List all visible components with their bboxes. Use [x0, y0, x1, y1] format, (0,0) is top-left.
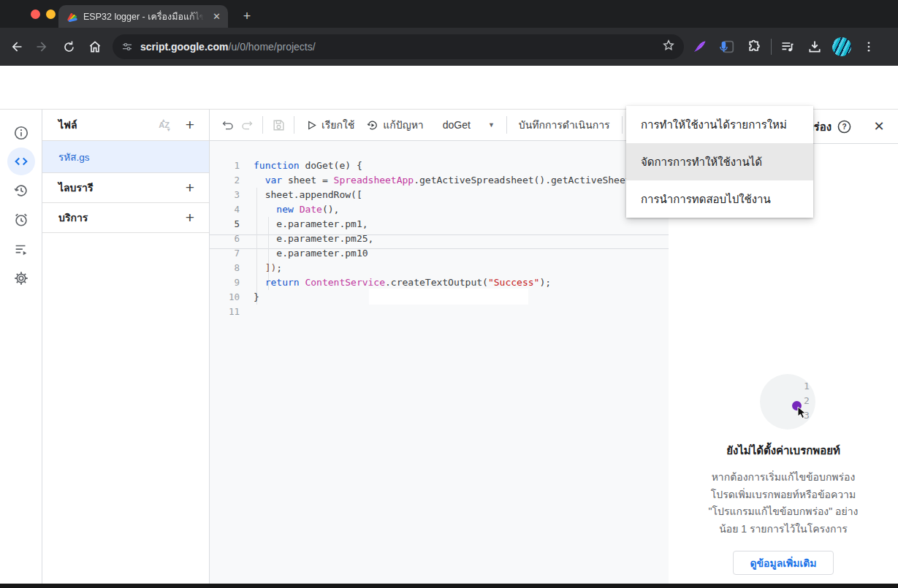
debug-label: แก้ปัญหา — [383, 117, 423, 133]
apps-script-favicon — [66, 11, 77, 23]
code-editor-region: เรียกใช้ แก้ปัญหา doGet ▼ บันทึกการดำเนิ… — [210, 110, 669, 584]
extension-mic-icon[interactable] — [716, 36, 738, 58]
function-caret-icon: ▼ — [488, 121, 495, 129]
code-line[interactable]: e.parameter.pm10 — [254, 246, 648, 261]
code-line[interactable]: new Date(), — [254, 202, 648, 217]
line-number[interactable]: 10 — [210, 290, 243, 305]
run-button[interactable]: เรียกใช้ — [300, 117, 360, 133]
breakpoint-illustration: 1 2 3 — [760, 374, 815, 429]
cursor-arrow-icon — [796, 406, 807, 419]
code-line[interactable]: ]); — [254, 261, 648, 275]
files-panel-header: ไฟล์ ▲AZ▼ + — [42, 110, 209, 141]
code-line[interactable]: sheet.appendRow([ — [254, 188, 648, 202]
browser-menu-kebab-icon[interactable] — [858, 36, 880, 58]
overview-icon[interactable] — [7, 119, 35, 147]
triggers-icon[interactable] — [7, 206, 35, 234]
save-project-icon[interactable] — [269, 115, 288, 134]
toolbar-divider — [506, 116, 507, 134]
site-info-icon[interactable] — [121, 41, 133, 53]
line-number[interactable]: 2 — [210, 173, 243, 188]
libraries-label: ไลบรารี — [58, 180, 93, 196]
body-line: โปรดเพิ่มเบรกพอยท์หรือข้อความ — [685, 486, 882, 504]
undo-icon[interactable] — [218, 115, 237, 134]
libraries-section: ไลบรารี + — [42, 173, 209, 203]
left-icon-rail — [0, 110, 42, 584]
browser-tab-bar: ESP32 logger - เครื่องมือแก้ไขโ ✕ + — [0, 0, 898, 28]
new-tab-button[interactable]: + — [238, 7, 256, 25]
deploy-menu-item[interactable]: จัดการการทำให้ใช้งานได้ — [626, 143, 813, 180]
browser-tab[interactable]: ESP32 logger - เครื่องมือแก้ไขโ ✕ — [58, 5, 228, 28]
macos-close-button[interactable] — [31, 9, 40, 19]
url-domain: script.google.com — [140, 41, 229, 53]
execution-log-button[interactable]: บันทึกการดำเนินการ — [513, 117, 616, 133]
line-number[interactable]: 3 — [210, 188, 243, 202]
tab-title: ESP32 logger - เครื่องมือแก้ไขโ — [83, 9, 204, 24]
line-number[interactable]: 4 — [210, 202, 243, 217]
file-item-selected[interactable]: รหัส.gs — [42, 141, 209, 173]
redo-icon[interactable] — [237, 115, 256, 134]
deploy-menu-item[interactable]: การทำให้ใช้งานได้รายการใหม่ — [626, 106, 813, 143]
svg-text:?: ? — [842, 123, 846, 131]
toolbar-divider — [771, 39, 772, 55]
body-line: หากต้องการเริ่มแก้ไขข้อบกพร่อง — [685, 469, 882, 486]
files-title: ไฟล์ — [58, 117, 77, 133]
learn-more-button[interactable]: ดูข้อมูลเพิ่มเติม — [733, 551, 834, 575]
settings-gear-icon[interactable] — [7, 264, 35, 292]
function-selector[interactable]: doGet ▼ — [437, 119, 501, 131]
url-path: /u/0/home/projects/ — [229, 41, 316, 53]
debugger-empty-heading: ยังไม่ได้ตั้งค่าเบรกพอยท์ — [669, 442, 898, 459]
desktop-edge — [0, 584, 898, 588]
line-number[interactable]: 5 — [210, 217, 243, 232]
body-line: น้อย 1 รายการไว้ในโครงการ — [685, 521, 882, 538]
code-line[interactable]: function doGet(e) { — [254, 159, 648, 173]
debugger-empty-body: หากต้องการเริ่มแก้ไขข้อบกพร่อง โปรดเพิ่ม… — [685, 469, 882, 538]
project-history-icon[interactable] — [7, 177, 35, 205]
illustration-line-1: 1 — [804, 381, 815, 392]
extensions-puzzle-icon[interactable] — [743, 36, 765, 58]
debugger-help-icon[interactable]: ? — [835, 118, 853, 135]
home-icon[interactable] — [85, 37, 105, 57]
forward-icon[interactable] — [32, 37, 53, 57]
profile-wave-icon[interactable] — [831, 36, 853, 58]
line-number[interactable]: 11 — [210, 305, 243, 319]
code-line[interactable]: return ContentService.createTextOutput("… — [254, 275, 648, 290]
add-library-button[interactable]: + — [181, 179, 199, 196]
services-label: บริการ — [58, 210, 88, 226]
line-number[interactable]: 9 — [210, 275, 243, 290]
line-number[interactable]: 8 — [210, 261, 243, 275]
back-icon[interactable] — [6, 37, 26, 57]
debugger-close-icon[interactable]: ✕ — [870, 118, 888, 135]
bookmark-star-icon[interactable] — [662, 39, 675, 55]
code-editor[interactable]: 1234567891011 function doGet(e) { var sh… — [210, 141, 669, 584]
tab-close-icon[interactable]: ✕ — [213, 11, 221, 22]
editor-code-icon[interactable] — [7, 148, 35, 175]
url-bar[interactable]: script.google.com/u/0/home/projects/ — [113, 34, 684, 59]
extension-feather-icon[interactable] — [689, 36, 711, 58]
debug-button[interactable]: แก้ปัญหา — [360, 117, 429, 133]
code-line[interactable]: var sheet = SpreadsheetApp.getActiveSpre… — [254, 173, 648, 188]
apps-script-header: Apps Script ESP32 logger การทำให้ใช้งานไ… — [0, 66, 898, 110]
playlist-icon[interactable] — [777, 36, 799, 58]
executions-icon[interactable] — [7, 236, 35, 264]
deploy-dropdown-menu: การทำให้ใช้งานได้รายการใหม่จัดการการทำให… — [626, 106, 813, 218]
code-line[interactable]: e.parameter.pm25, — [254, 232, 648, 246]
function-selected: doGet — [443, 119, 471, 131]
deploy-menu-item[interactable]: การนำการทดสอบไปใช้งาน — [626, 180, 813, 218]
run-label: เรียกใช้ — [321, 117, 354, 133]
body-line: "โปรแกรมแก้ไขข้อบกพร่อง" อย่าง — [685, 503, 882, 521]
add-service-button[interactable]: + — [181, 209, 199, 226]
toolbar-divider — [622, 116, 623, 134]
browser-toolbar: script.google.com/u/0/home/projects/ — [0, 28, 898, 66]
editor-toolbar: เรียกใช้ แก้ปัญหา doGet ▼ บันทึกการดำเนิ… — [210, 110, 669, 141]
macos-minimize-button[interactable] — [46, 9, 56, 19]
execution-log-label: บันทึกการดำเนินการ — [519, 117, 610, 133]
code-line[interactable] — [254, 305, 648, 319]
sort-files-icon[interactable]: ▲AZ▼ — [159, 121, 171, 129]
downloads-icon[interactable] — [804, 36, 826, 58]
reload-icon[interactable] — [58, 37, 79, 57]
code-line[interactable]: e.parameter.pm1, — [254, 217, 648, 232]
add-file-button[interactable]: + — [181, 116, 199, 134]
line-number[interactable]: 1 — [210, 159, 243, 173]
file-name: รหัส.gs — [58, 149, 89, 165]
editor-overlay-box — [369, 289, 528, 305]
